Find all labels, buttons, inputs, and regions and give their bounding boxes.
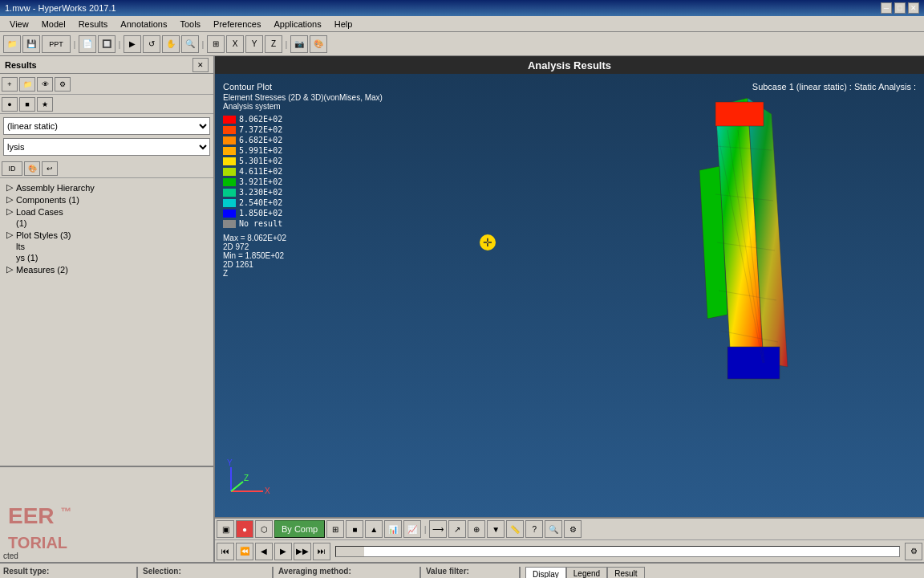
play-prev[interactable]: ◀ — [255, 543, 273, 560]
toolbar-x[interactable]: X — [226, 35, 244, 53]
panel-folder-btn[interactable]: 📁 — [19, 77, 35, 92]
tree-item-measures[interactable]: ▷ Measures (2) — [3, 263, 210, 275]
legend-tab[interactable]: Legend — [566, 567, 607, 578]
maximize-button[interactable]: □ — [894, 2, 906, 14]
toolbar-new[interactable]: 📄 — [79, 35, 96, 53]
toolbar-zoom[interactable]: 🔍 — [181, 35, 199, 53]
legend-val-3: 5.991E+02 — [239, 146, 282, 155]
panel-settings-btn[interactable]: ⚙ — [55, 77, 71, 92]
main-layout: Results ✕ + 📁 👁 ⚙ ● ■ ★ (linear static) … — [0, 56, 924, 562]
tree-area: ▷ Assembly Hierarchy ▷ Components (1) ▷ … — [0, 178, 213, 466]
result-tab[interactable]: Result — [607, 567, 644, 578]
tree-item-loadcases[interactable]: ▷ Load Cases — [3, 206, 210, 218]
tree-item-plotstyles[interactable]: ▷ Plot Styles (3) — [3, 229, 210, 241]
toolbar-y[interactable]: Y — [245, 35, 263, 53]
playback-progress-bar[interactable] — [335, 546, 900, 557]
pointer-btn[interactable]: ↗ — [448, 520, 466, 538]
toolbar-rotate[interactable]: ↺ — [143, 35, 160, 53]
play-end[interactable]: ⏭ — [313, 543, 330, 560]
viewport[interactable]: Contour Plot Element Stresses (2D & 3D)(… — [215, 74, 924, 517]
svg-rect-3 — [727, 347, 780, 379]
toolbar-view[interactable]: 🔲 — [98, 35, 116, 53]
panel-add-btn[interactable]: + — [2, 77, 18, 92]
close-panel-btn[interactable]: ✕ — [192, 58, 209, 72]
icon-cube-btn[interactable]: ■ — [19, 97, 35, 112]
toolbar-select[interactable]: ▶ — [124, 35, 141, 53]
view-mode-btn[interactable]: ▣ — [217, 520, 234, 538]
measure-btn[interactable]: 📏 — [506, 520, 524, 538]
legend-subtitle: Element Stresses (2D & 3D)(vonMises, Max… — [223, 93, 383, 102]
divider-3 — [419, 567, 421, 578]
toolbar-ppt[interactable]: PPT — [42, 35, 71, 53]
right-area: Analysis Results Contour Plot Element St… — [215, 56, 924, 562]
query-btn[interactable]: ? — [525, 520, 543, 538]
averaging-section: Averaging method: None Variation < (%) A… — [278, 567, 415, 578]
menu-preferences[interactable]: Preferences — [207, 18, 267, 31]
menu-results[interactable]: Results — [72, 18, 115, 31]
tree-item-lc1[interactable]: (1) — [3, 218, 210, 229]
tree-item-ys[interactable]: ys (1) — [3, 252, 210, 263]
subcase-select[interactable]: (linear static) — [3, 117, 210, 135]
tree-item-components[interactable]: ▷ Components (1) — [3, 193, 210, 206]
results-tab: Results ✕ — [0, 56, 213, 74]
minimize-button[interactable]: ─ — [881, 2, 892, 14]
menu-view[interactable]: View — [3, 18, 35, 31]
settings-btn2[interactable]: ⚙ — [564, 520, 582, 538]
legend-row-2: 6.682E+02 — [223, 136, 383, 144]
graph-btn[interactable]: 📈 — [403, 520, 421, 538]
legend-val-9: 1.850E+02 — [239, 209, 282, 218]
legend-row-4: 5.301E+02 — [223, 157, 383, 165]
play-next[interactable]: ▶▶ — [294, 543, 311, 560]
play-back[interactable]: ⏪ — [236, 543, 253, 560]
tree-item-lts[interactable]: lts — [3, 241, 210, 252]
cube-btn[interactable]: ■ — [346, 520, 363, 538]
back-btn[interactable]: ↩ — [42, 161, 58, 176]
shape-btn[interactable]: ⬡ — [255, 520, 273, 538]
legend-val-8: 2.540E+02 — [239, 198, 282, 207]
panel-eye-btn[interactable]: 👁 — [37, 77, 53, 92]
display-tab[interactable]: Display — [525, 567, 566, 578]
select-btn2[interactable]: ⊕ — [468, 520, 485, 538]
color-mode-btn[interactable]: ● — [236, 520, 253, 538]
toolbar-fit[interactable]: ⊞ — [207, 35, 225, 53]
toolbar-open[interactable]: 📁 — [3, 35, 21, 53]
filter-btn[interactable]: ▼ — [487, 520, 505, 538]
menu-tools[interactable]: Tools — [173, 18, 207, 31]
icon-sphere-btn[interactable]: ● — [2, 97, 18, 112]
icon-star-btn[interactable]: ★ — [37, 97, 53, 112]
averaging-label: Averaging method: — [278, 567, 415, 576]
analysis-select[interactable]: lysis — [3, 138, 210, 156]
play-back-start[interactable]: ⏮ — [217, 543, 234, 560]
play-play[interactable]: ▶ — [274, 543, 292, 560]
legend-color-2 — [223, 136, 236, 144]
mesh-btn[interactable]: ⊞ — [326, 520, 344, 538]
toolbar-render[interactable]: 🎨 — [310, 35, 327, 53]
panel-toolbar2: ID 🎨 ↩ — [0, 159, 213, 178]
chart-btn[interactable]: 📊 — [384, 520, 402, 538]
separator-4: | — [284, 35, 289, 53]
toolbar-pan[interactable]: ✋ — [162, 35, 180, 53]
menu-model[interactable]: Model — [35, 18, 72, 31]
legend-stats: Max = 8.062E+02 2D 972 Min = 1.850E+02 2… — [223, 234, 383, 278]
arrow-btn[interactable]: ▲ — [365, 520, 383, 538]
menu-annotations[interactable]: Annotations — [114, 18, 173, 31]
by-comp-button[interactable]: By Comp — [274, 520, 325, 538]
svg-line-17 — [231, 482, 243, 491]
toolbar-z[interactable]: Z — [265, 35, 282, 53]
playback-settings-btn[interactable]: ⚙ — [905, 543, 922, 560]
zoom-btn2[interactable]: 🔍 — [545, 520, 562, 538]
id-btn[interactable]: ID — [2, 161, 22, 176]
model-svg — [683, 90, 844, 395]
toolbar-camera[interactable]: 📷 — [290, 35, 308, 53]
divider-1 — [136, 567, 138, 578]
legend-val-noresult: No result — [239, 219, 282, 228]
axis-label: Z — [223, 269, 383, 278]
line-btn[interactable]: ⟶ — [429, 520, 447, 538]
close-button[interactable]: ✕ — [908, 2, 919, 14]
tree-item-assembly[interactable]: ▷ Assembly Hierarchy — [3, 181, 210, 193]
legend-color-4 — [223, 157, 236, 165]
color-btn[interactable]: 🎨 — [24, 161, 40, 176]
toolbar-save[interactable]: 💾 — [22, 35, 40, 53]
menu-help[interactable]: Help — [328, 18, 359, 31]
menu-applications[interactable]: Applications — [267, 18, 327, 31]
